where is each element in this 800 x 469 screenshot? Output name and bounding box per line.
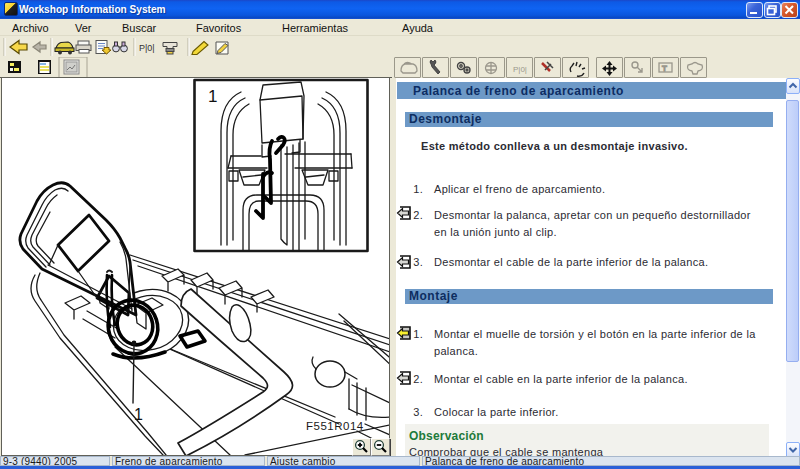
svg-text:F551R014: F551R014 [306,420,364,432]
svg-text:1: 1 [208,87,217,106]
svg-text:T: T [662,64,667,73]
svg-text:1: 1 [134,406,143,423]
svg-text:P|0|: P|0| [139,43,155,53]
svg-text:P|0|: P|0| [513,65,527,74]
